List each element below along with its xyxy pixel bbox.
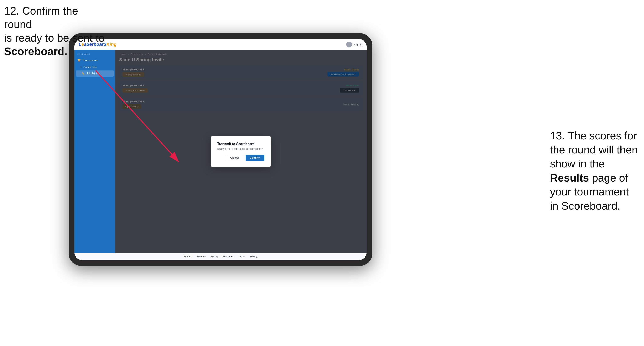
- annotation-right-line6: in Scoreboard.: [550, 200, 620, 212]
- annotation-right-line5: your tournament: [550, 186, 629, 198]
- header-right: Sign In: [346, 41, 362, 47]
- avatar: [346, 41, 352, 47]
- edit-existing-label: Edit Existing: [86, 72, 100, 75]
- modal-subtitle: Ready to send this round to Scoreboard?: [217, 148, 264, 150]
- sidebar-item-edit-existing[interactable]: ✏️ Edit Existing: [76, 70, 114, 77]
- annotation-line1: 12. Confirm the round: [4, 5, 78, 30]
- cancel-button[interactable]: Cancel: [226, 155, 243, 161]
- footer-privacy[interactable]: Privacy: [250, 255, 257, 258]
- sign-in-label[interactable]: Sign In: [354, 43, 362, 46]
- main-content: Home › Tournaments › State U Spring Invi…: [115, 50, 366, 253]
- tablet-device: LeaderboardKing Sign In MAIN MENU 🏆 Tour…: [69, 33, 372, 266]
- footer-resources[interactable]: Resources: [222, 255, 234, 258]
- confirm-button[interactable]: Confirm: [246, 155, 264, 161]
- annotation-right-line3: show in the: [550, 158, 605, 170]
- annotation-top-left: 12. Confirm the round is ready to be sen…: [4, 4, 108, 58]
- modal-buttons: Cancel Confirm: [217, 155, 264, 161]
- footer-terms[interactable]: Terms: [238, 255, 245, 258]
- app-footer: Product Features Pricing Resources Terms…: [74, 253, 366, 260]
- modal-overlay[interactable]: Transmit to Scoreboard Ready to send thi…: [115, 50, 366, 253]
- transmit-modal: Transmit to Scoreboard Ready to send thi…: [211, 136, 271, 167]
- sidebar-item-create-new[interactable]: + Create New: [74, 64, 115, 70]
- annotation-line2: is ready to be sent to: [4, 32, 105, 44]
- app-header: LeaderboardKing Sign In: [74, 39, 366, 50]
- footer-product[interactable]: Product: [184, 255, 192, 258]
- trophy-icon: 🏆: [78, 59, 81, 62]
- app-body: MAIN MENU 🏆 Tournaments + Create New ✏️ …: [74, 50, 366, 253]
- annotation-right-line4-rest: page of: [589, 172, 628, 184]
- edit-icon: ✏️: [82, 72, 85, 75]
- plus-icon: +: [80, 66, 82, 69]
- annotation-line3: Scoreboard.: [4, 45, 67, 57]
- modal-title: Transmit to Scoreboard: [217, 142, 264, 146]
- annotation-right-line2: the round will then: [550, 144, 638, 156]
- sidebar: MAIN MENU 🏆 Tournaments + Create New ✏️ …: [74, 50, 115, 253]
- footer-pricing[interactable]: Pricing: [211, 255, 218, 258]
- tournaments-label: Tournaments: [82, 59, 98, 62]
- annotation-right: 13. The scores for the round will then s…: [550, 129, 638, 213]
- create-new-label: Create New: [84, 66, 96, 69]
- annotation-right-line4-bold: Results: [550, 172, 589, 184]
- annotation-right-line1: 13. The scores for: [550, 130, 637, 142]
- tablet-screen: LeaderboardKing Sign In MAIN MENU 🏆 Tour…: [74, 39, 366, 260]
- footer-features[interactable]: Features: [196, 255, 206, 258]
